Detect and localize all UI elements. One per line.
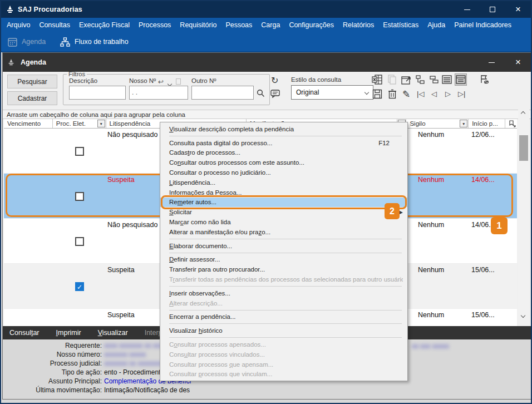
detail-label: Assunto Principal:: [3, 377, 102, 386]
nav-last-icon[interactable]: ▷|: [458, 90, 465, 98]
flag-note-icon[interactable]: [479, 75, 490, 85]
comment-icon[interactable]: [270, 90, 280, 98]
record-menu-consultar[interactable]: Consultar: [9, 329, 40, 337]
context-menu-item-visualizar-descricao-completa-da-pendencia[interactable]: Visualizar descrição completa da pendênc…: [160, 124, 407, 134]
cadastrar-button[interactable]: Cadastrar: [7, 91, 57, 105]
save-icon[interactable]: [372, 89, 382, 99]
menu-item-label: Alterar descrição...: [169, 300, 403, 307]
detail-label: Última movimentação:: [3, 386, 102, 395]
scrollbar-thumb[interactable]: [519, 135, 528, 161]
estilo-consulta-label: Estilo da consulta: [291, 76, 341, 83]
context-menu-item-inserir-observacoes[interactable]: Inserir observações...: [160, 288, 407, 298]
list-view-icon[interactable]: [442, 75, 452, 85]
context-menu-item-informacoes-da-pessoa[interactable]: Informações da Pessoa...: [160, 188, 407, 198]
group-collapse-icon[interactable]: [429, 75, 439, 85]
column-header-sigilo[interactable]: Sigilo▼: [406, 119, 469, 128]
menu-configuracoes[interactable]: Configurações: [284, 18, 338, 32]
column-header-inicio[interactable]: Início p...: [469, 119, 505, 128]
menu-pessoas[interactable]: Pessoas: [221, 18, 257, 32]
filters-group: Filtros Descrição Nosso Nº ↩ . . Outro N…: [63, 71, 270, 105]
context-menu-item-visualizar-historico[interactable]: Visualizar histórico: [160, 326, 407, 336]
context-menu-item-consultar-outros-processos-com-este-assunto[interactable]: Consultar outros processos com este assu…: [160, 157, 407, 167]
annotation-badge-1: 1: [491, 217, 508, 234]
menu-item-label: Consulta pasta digital do processo...: [169, 140, 374, 146]
menu-painel-indicadores[interactable]: Painel Indicadores: [450, 18, 516, 32]
context-menu-item-consultar-processos-que-vinculam: Consultar processos que vinculam...: [160, 369, 407, 380]
context-menu-item-consulta-pasta-digital-do-processo[interactable]: Consulta pasta digital do processo...F12: [160, 138, 407, 148]
nav-first-icon[interactable]: |◁: [417, 90, 424, 98]
descricao-input[interactable]: [69, 86, 126, 100]
column-customize-icon[interactable]: [505, 119, 517, 128]
menu-ajuda[interactable]: Ajuda: [423, 18, 450, 32]
context-menu-separator: [169, 310, 402, 311]
proc-elet-checkbox[interactable]: [75, 237, 84, 246]
record-menu-imprimir[interactable]: Imprimir: [56, 329, 81, 337]
menu-arquivo[interactable]: Arquivo: [2, 18, 35, 32]
agenda-close-icon[interactable]: ×: [505, 53, 531, 72]
column-header-vencimento[interactable]: Vencimento: [4, 119, 53, 128]
detail-row: Última movimentação:Intimação/Notificaçã…: [3, 386, 531, 395]
copy-icon: [387, 75, 397, 85]
detail-value-redacted: xxxxxxx xxxxx: [104, 350, 146, 359]
minimize-icon[interactable]: [454, 1, 480, 18]
context-menu-item-solicitar[interactable]: Solicitar▶2: [160, 207, 407, 217]
filter-dropdown-icon[interactable]: ▼: [460, 120, 467, 127]
scroll-down-icon[interactable]: [521, 313, 525, 318]
context-menu-item-consultar-o-processo-no-judiciario[interactable]: Consultar o processo no judiciário...: [160, 167, 407, 178]
menu-execucao-fiscal[interactable]: Execução Fiscal: [75, 18, 134, 32]
toolbar-agenda-button[interactable]: Agenda: [8, 37, 46, 47]
context-menu-item-litispendencia[interactable]: Litispendência...: [160, 178, 407, 188]
proc-elet-checkbox[interactable]: ✓: [75, 282, 84, 291]
menu-estatisticas[interactable]: Estatísticas: [378, 18, 423, 32]
undo-icon[interactable]: ↩: [158, 78, 164, 86]
refresh-icon[interactable]: ↻: [271, 75, 278, 86]
context-menu-item-cadastro-de-processos[interactable]: Cadastro de processos...: [160, 148, 407, 158]
cell-inicio: 15/06...: [471, 311, 495, 319]
proc-elet-checkbox[interactable]: [75, 147, 84, 156]
context-menu-item-remeter-autos[interactable]: Remeter autos...: [160, 198, 407, 208]
cell-inicio: 14/06...: [471, 176, 495, 184]
context-menu-item-elaborar-documento[interactable]: Elaborar documento...: [160, 241, 407, 251]
menu-consultas[interactable]: Consultas: [35, 18, 75, 32]
menu-relatorios[interactable]: Relatórios: [338, 18, 378, 32]
menu-item-label: Remeter autos...: [169, 199, 403, 205]
estilo-consulta-select[interactable]: Original: [291, 85, 373, 100]
group-by-bar[interactable]: Arraste um cabeçalho de coluna aqui para…: [3, 110, 531, 119]
context-menu-item-definir-assessor[interactable]: Definir assessor...: [160, 255, 407, 265]
context-menu-item-marcar-como-nao-lida[interactable]: Marcar como não lida: [160, 217, 407, 227]
toolbar-fluxo-button[interactable]: Fluxo de trabalho: [60, 37, 129, 47]
menu-processos[interactable]: Processos: [134, 18, 175, 32]
maximize-icon[interactable]: [480, 1, 505, 18]
menu-carga[interactable]: Carga: [257, 18, 284, 32]
nosso-numero-input[interactable]: . .: [129, 86, 188, 100]
agenda-minimize-icon[interactable]: [478, 53, 505, 72]
menu-item-label: Transferir todas as pendências dos proce…: [169, 276, 403, 283]
context-menu-item-alterar-a-manifestacao-e-ou-prazo[interactable]: Alterar a manifestação e/ou prazo...: [160, 227, 407, 237]
menu-requisitorio[interactable]: Requisitório: [175, 18, 221, 32]
group-expand-icon[interactable]: [416, 75, 426, 85]
scroll-up-icon[interactable]: [521, 111, 525, 116]
context-menu-item-encerrar-a-pendencia[interactable]: Encerrar a pendência...: [160, 312, 407, 322]
nav-previous-icon[interactable]: ◁: [431, 90, 437, 98]
send-to-window-icon[interactable]: [401, 75, 412, 85]
edit-pencil-icon[interactable]: ✎: [402, 88, 410, 100]
proc-elet-checkbox[interactable]: [75, 192, 84, 201]
outro-numero-input[interactable]: [191, 86, 254, 100]
card-view-icon[interactable]: [455, 73, 467, 86]
nav-next-icon[interactable]: ▷: [445, 90, 451, 98]
cell-sigilo: Nenhum: [418, 131, 444, 139]
delete-icon[interactable]: [388, 89, 397, 99]
filter-dropdown-icon[interactable]: ▼: [97, 120, 105, 127]
record-menu-visualizar[interactable]: Visualizar: [98, 329, 128, 337]
menu-item-label: Consultar o processo no judiciário...: [169, 169, 403, 176]
grid-vertical-scrollbar[interactable]: [518, 110, 529, 326]
outro-numero-label: Outro Nº: [191, 77, 216, 84]
pesquisar-button[interactable]: Pesquisar: [7, 75, 57, 88]
column-header-proc-elet[interactable]: Proc. Elet.▼: [53, 119, 106, 128]
chevron-down-icon: [364, 90, 369, 95]
search-icon[interactable]: [256, 88, 265, 98]
context-menu-item-transferir-para-outro-procurador[interactable]: Transferir para outro procurador...: [160, 264, 407, 274]
quick-toolbar: Agenda Fluxo de trabalho: [1, 32, 531, 52]
export-excel-icon[interactable]: [372, 75, 382, 85]
close-icon[interactable]: ×: [505, 1, 531, 18]
